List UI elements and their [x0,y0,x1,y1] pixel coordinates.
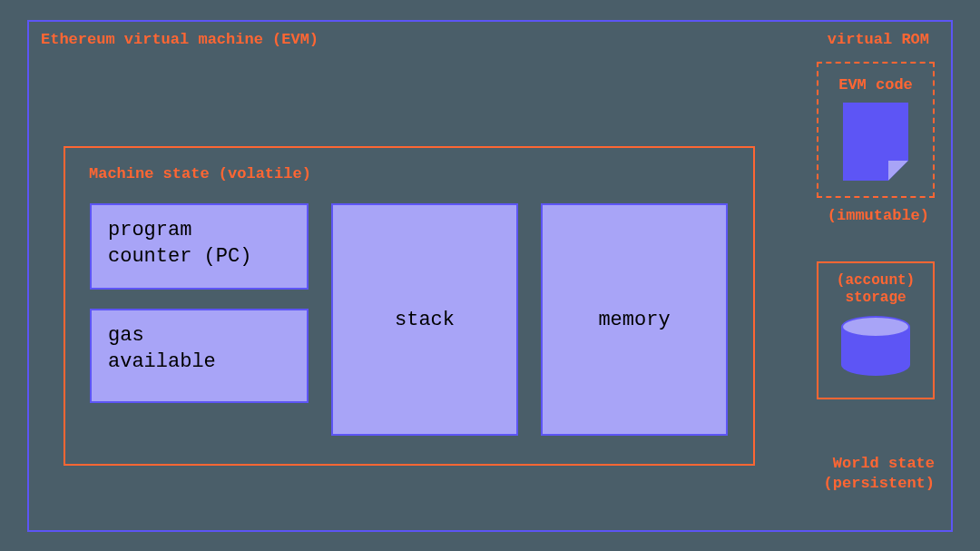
gas-available-label: gas available [108,324,216,373]
program-counter-label: program counter (PC) [108,219,251,268]
storage-box: (account) storage [817,261,935,399]
document-icon [843,103,908,181]
memory-box: memory [541,203,728,436]
evm-code-label: EVM code [838,76,913,93]
program-counter-box: program counter (PC) [90,203,309,290]
gas-available-box: gas available [90,309,309,403]
virtual-rom-label: virtual ROM [828,31,929,48]
evm-code-box: EVM code [817,62,935,198]
world-state-label: World state (persistent) [824,454,935,494]
memory-label: memory [598,309,670,331]
storage-label: (account) storage [837,272,915,307]
database-cylinder-icon [841,316,910,376]
stack-label: stack [395,309,455,331]
evm-title: Ethereum virtual machine (EVM) [41,31,318,48]
stack-box: stack [331,203,518,436]
immutable-label: (immutable) [828,207,929,224]
machine-state-title: Machine state (volatile) [89,165,311,182]
